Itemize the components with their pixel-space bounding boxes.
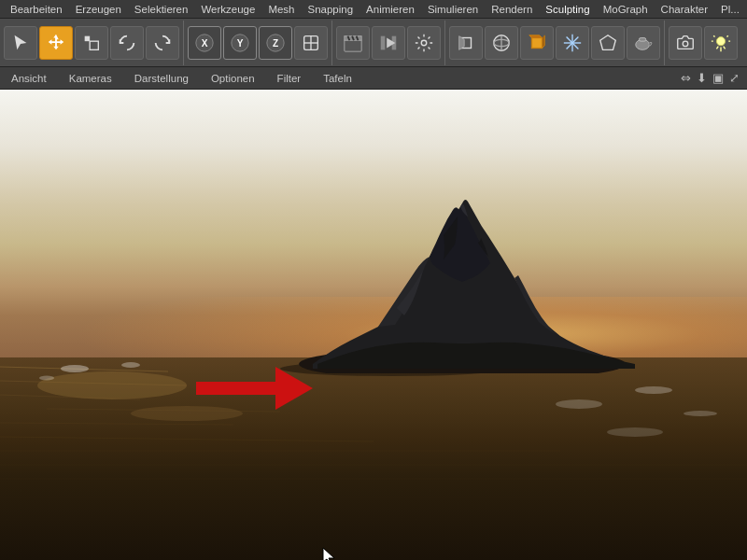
vp-icon-layout[interactable]: ▣	[712, 71, 724, 85]
menu-werkzeuge[interactable]: Werkzeuge	[194, 2, 261, 17]
menu-mesh[interactable]: Mesh	[261, 2, 301, 17]
svg-point-48	[121, 362, 140, 368]
vp-tab-darstellung[interactable]: Darstellung	[131, 71, 192, 86]
menu-animieren[interactable]: Animieren	[359, 2, 421, 17]
tool-rotate-cw[interactable]	[146, 26, 179, 60]
svg-point-35	[37, 371, 187, 399]
svg-point-19	[421, 40, 427, 46]
tool-cube-view[interactable]	[520, 26, 554, 60]
svg-line-41	[0, 423, 233, 425]
svg-point-47	[61, 365, 89, 372]
menu-selektieren[interactable]: Selektieren	[128, 2, 195, 17]
tool-light[interactable]	[704, 26, 738, 60]
tool-move[interactable]	[39, 26, 73, 60]
tool-rotate-ccw[interactable]	[110, 26, 144, 60]
tool-clapper[interactable]	[336, 26, 370, 60]
svg-point-34	[716, 36, 725, 45]
svg-text:Z: Z	[273, 37, 278, 48]
svg-rect-1	[85, 35, 91, 41]
vp-tab-filter[interactable]: Filter	[274, 71, 305, 86]
tool-coord-sys[interactable]	[294, 26, 328, 60]
menu-simulieren[interactable]: Simulieren	[421, 2, 485, 17]
island-mountain	[285, 168, 640, 376]
vp-tab-tafeln[interactable]: Tafeln	[319, 71, 356, 86]
svg-point-52	[684, 411, 717, 416]
vp-right-icons: ⇔ ⬇ ▣ ⤢	[681, 71, 740, 85]
tool-playback[interactable]	[372, 26, 405, 60]
vp-icon-down[interactable]: ⬇	[697, 71, 707, 85]
vp-icon-arrows[interactable]: ⇔	[681, 71, 691, 85]
menu-snapping[interactable]: Snapping	[302, 2, 360, 17]
svg-text:Y: Y	[237, 37, 244, 48]
tool-snowflake[interactable]	[556, 26, 589, 60]
svg-point-49	[39, 376, 54, 381]
vp-tab-ansicht[interactable]: Ansicht	[7, 71, 50, 86]
svg-point-51	[635, 386, 672, 394]
svg-rect-56	[196, 382, 275, 395]
tool-polygon[interactable]	[591, 26, 625, 60]
svg-point-33	[683, 41, 688, 47]
svg-marker-30	[600, 35, 616, 49]
svg-text:X: X	[202, 37, 208, 48]
svg-rect-16	[381, 35, 386, 49]
menu-bearbeiten[interactable]: Bearbeiten	[4, 2, 69, 17]
tool-camera[interactable]	[669, 26, 702, 60]
svg-point-50	[556, 399, 602, 409]
tool-axis-z[interactable]: Z	[259, 26, 292, 60]
tool-teapot[interactable]	[627, 26, 660, 60]
ocean-texture	[0, 357, 747, 560]
vp-icon-maximize[interactable]: ⤢	[729, 71, 740, 85]
svg-rect-11	[345, 39, 361, 51]
menu-mograph[interactable]: MoGraph	[597, 2, 655, 17]
toolbar-group-lights	[669, 21, 741, 65]
tool-select-cursor[interactable]	[4, 26, 37, 60]
viewport-toolbar: Ansicht Kameras Darstellung Optionen Fil…	[0, 67, 747, 90]
svg-rect-0	[90, 41, 98, 49]
red-arrow-indicator	[191, 365, 313, 412]
menu-sculpting[interactable]: Sculpting	[539, 2, 596, 17]
tool-axis-x[interactable]: X	[188, 26, 221, 60]
viewport-3d[interactable]	[0, 90, 747, 560]
tool-scale[interactable]	[75, 26, 108, 60]
toolbar-group-render	[336, 21, 445, 65]
svg-rect-25	[532, 37, 543, 48]
ocean	[0, 357, 747, 560]
menu-plugins[interactable]: Pl...	[714, 2, 746, 17]
toolbar-group-axis: X Y Z	[188, 21, 332, 65]
toolbar-group-view	[449, 21, 665, 65]
menu-rendern[interactable]: Rendern	[485, 2, 539, 17]
menu-erzeugen[interactable]: Erzeugen	[69, 2, 128, 17]
tool-perspective[interactable]	[449, 26, 483, 60]
vp-tab-kameras[interactable]: Kameras	[65, 71, 116, 86]
menu-charakter[interactable]: Charakter	[655, 2, 715, 17]
svg-rect-32	[639, 37, 645, 41]
menubar: Bearbeiten Erzeugen Selektieren Werkzeug…	[0, 0, 747, 19]
svg-marker-57	[275, 367, 313, 410]
toolbar-group-select	[4, 21, 184, 65]
toolbar: X Y Z	[0, 19, 747, 67]
svg-point-53	[607, 427, 663, 437]
tool-orbit[interactable]	[485, 26, 518, 60]
vp-tab-optionen[interactable]: Optionen	[207, 71, 259, 86]
tool-axis-y[interactable]: Y	[223, 26, 257, 60]
svg-line-42	[0, 437, 374, 441]
tool-settings[interactable]	[407, 26, 441, 60]
